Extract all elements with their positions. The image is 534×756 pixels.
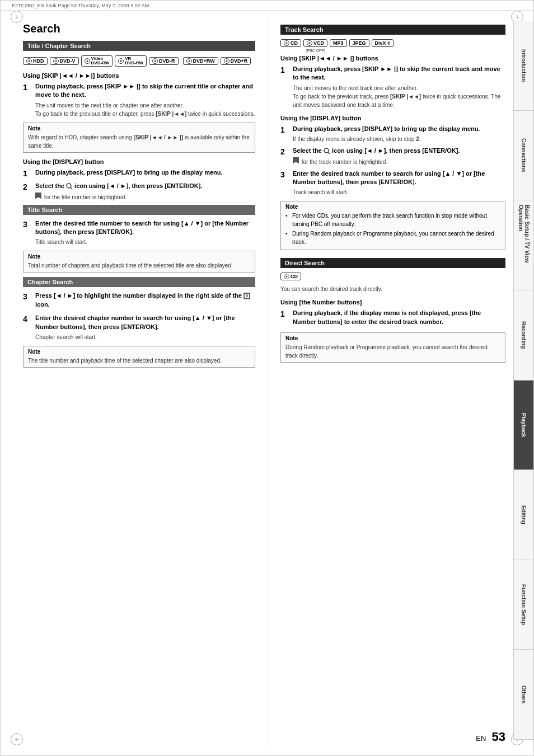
device-vcd: VCD xyxy=(303,39,327,47)
device-cd: CD xyxy=(280,39,301,47)
step-1-number-left: 1 xyxy=(23,82,32,118)
svg-line-7 xyxy=(328,152,330,154)
using-skip-header-left: Using [SKIP |◄◄ / ►►|] buttons xyxy=(23,72,255,79)
note-1-text-2-right: During Random playback or Programme play… xyxy=(292,229,500,246)
bullet-2: • xyxy=(285,229,290,246)
title-search-header: Title Search xyxy=(23,205,255,215)
step-3-title: 3 Enter the desired title number to sear… xyxy=(23,219,255,247)
using-display-header-left: Using the [DISPLAY] button xyxy=(23,158,255,165)
note-3-left: Note The title number and playback time … xyxy=(23,346,255,368)
device-dvdrw-video: VideoDVD-RW xyxy=(81,55,113,67)
step-1b-number-right: 1 xyxy=(280,125,289,143)
search-icon-right xyxy=(324,148,330,154)
track-search-header: Track Search xyxy=(280,25,505,35)
search-icon-left xyxy=(66,183,73,190)
step-1b-content-left: During playback, press [DISPLAY] to brin… xyxy=(35,168,255,179)
note-direct-title: Note xyxy=(285,335,500,341)
dvdplusrw-disc-icon xyxy=(186,58,192,64)
chapter-icon xyxy=(243,293,250,299)
device-dvdv: DVD-V xyxy=(50,57,79,65)
step-3-right: 3 Enter the desired track number to sear… xyxy=(280,170,505,197)
sidebar-tab-others[interactable]: Others xyxy=(514,650,533,740)
step-1-content-right: During playback, press [SKIP ►► |] to sk… xyxy=(293,65,505,109)
left-panel: Search Title / Chapter Search HDD DVD-V … xyxy=(1,11,269,747)
step-2b-title-right: Select the icon using [◄ / ►], then pres… xyxy=(293,147,505,155)
corner-mark-tl xyxy=(11,11,23,23)
svg-point-0 xyxy=(67,184,71,188)
step-1-title-left: During playback, press [SKIP ►► |] to sk… xyxy=(35,82,255,100)
step-3-title-number: 3 xyxy=(23,219,32,247)
step-3-desc-right: Track search will start. xyxy=(293,188,505,196)
step-1-desc1-right: The unit moves to the next track one aft… xyxy=(293,84,505,92)
note-2-text-left: Total number of chapters and playback ti… xyxy=(28,261,250,270)
bookmark-icon-right xyxy=(293,157,299,164)
step-1b-content-right: During playback, press [DISPLAY] to brin… xyxy=(293,125,505,143)
title-chapter-search-header: Title / Chapter Search xyxy=(23,41,255,51)
direct-desc: You can search the desired track directl… xyxy=(280,285,505,293)
cd-disc-icon xyxy=(284,40,289,46)
vcd-disc-icon xyxy=(307,40,312,46)
using-display-header-right: Using the [DISPLAY] button xyxy=(280,115,505,121)
step-4-chapter-desc: Chapter search will start. xyxy=(35,333,255,341)
step-1b-right: 1 During playback, press [DISPLAY] to br… xyxy=(280,125,505,143)
device-hdd: HDD xyxy=(23,57,48,65)
sidebar-tab-recording[interactable]: Recording xyxy=(514,290,533,381)
note-1-left: Note With regard to HDD, chapter search … xyxy=(23,123,255,153)
note-3-title-left: Note xyxy=(28,349,250,355)
note-1-right: Note • For video CDs, you can perform th… xyxy=(280,201,505,250)
step-4-chapter-content: Enter the desired chapter number to sear… xyxy=(35,314,255,341)
note-direct: Note During Random playback or Programme… xyxy=(280,332,505,363)
sidebar-tabs: Introduction Connections Basic Setup / T… xyxy=(513,21,533,740)
step-2b-desc-right: for the track number is highlighted. xyxy=(293,157,505,166)
bookmark-icon-left xyxy=(35,192,41,199)
device-cd-direct: CD xyxy=(280,273,301,280)
sidebar-tab-playback[interactable]: Playback xyxy=(514,381,533,471)
track-icons-wrapper: CD VCD (PBC OFF) MP3 JPEG DivX® xyxy=(280,39,505,47)
hdd-disc-icon xyxy=(26,58,32,64)
step-1-left: 1 During playback, press [SKIP ►► |] to … xyxy=(23,82,255,118)
direct-device-icons: CD xyxy=(280,273,505,280)
bullet-1: • xyxy=(285,212,290,228)
step-3-title-text: Enter the desired title number to search… xyxy=(35,219,255,237)
sidebar-tab-function-setup[interactable]: Function Setup xyxy=(514,560,533,650)
step-1-desc1-left: The unit moves to the next title or chap… xyxy=(35,101,255,110)
using-number-header: Using [the Number buttons] xyxy=(280,299,505,306)
note-1-text-1-right: For video CDs, you can perform the track… xyxy=(292,212,500,228)
page-en-label: EN xyxy=(476,734,486,743)
svg-line-1 xyxy=(71,187,72,189)
sidebar-tab-basic-setup[interactable]: Basic Setup / TV View Operation xyxy=(514,200,533,290)
note-3-text-left: The title number and playback time of th… xyxy=(28,356,250,365)
note-1-text-left: With regard to HDD, chapter search using… xyxy=(28,133,250,150)
dvdr-disc-icon xyxy=(152,58,158,64)
device-divx: DivX® xyxy=(372,39,394,47)
right-panel: Track Search CD VCD (PBC OFF) MP3 JPEG xyxy=(269,11,533,747)
step-3-chapter-number: 3 xyxy=(23,292,32,311)
corner-mark-bl xyxy=(11,733,23,745)
step-1-number-direct: 1 xyxy=(280,309,289,328)
pbc-label: (PBC OFF) xyxy=(306,49,325,53)
step-3-content-right: Enter the desired track number to search… xyxy=(293,170,505,197)
step-2b-number-left: 2 xyxy=(23,182,32,201)
device-dvdr: DVD-R xyxy=(149,57,179,65)
note-1-title-left: Note xyxy=(28,125,250,132)
step-3-chapter-content: Press [◄ / ►] to highlight the number di… xyxy=(35,292,255,311)
sidebar-tab-editing[interactable]: Editing xyxy=(514,470,533,560)
step-1-desc2-right: To go back to the previous track, press … xyxy=(293,92,505,109)
device-dvdplusr: DVD+R xyxy=(221,57,251,65)
device-dvdplusrw: DVD+RW xyxy=(183,57,218,65)
cd-disc-icon-direct xyxy=(284,274,289,279)
dvdrw-vr-disc-icon xyxy=(118,58,124,64)
step-2b-content-left: Select the icon using [◄ / ►], then pres… xyxy=(35,182,255,201)
step-1b-desc-right: If the display menu is already shown, sk… xyxy=(293,135,505,143)
note-1-item-2-right: • During Random playback or Programme pl… xyxy=(285,229,500,246)
step-2b-desc-left: for the title number is highlighted. xyxy=(35,192,255,201)
chapter-search-header: Chapter Search xyxy=(23,277,255,287)
sidebar-tab-introduction[interactable]: Introduction xyxy=(514,21,533,111)
step-1-number-right: 1 xyxy=(280,65,289,109)
step-3-title-desc: Title search will start. xyxy=(35,238,255,246)
device-jpeg: JPEG xyxy=(349,39,369,47)
step-1b-title-left: During playback, press [DISPLAY] to brin… xyxy=(35,168,255,177)
step-3-title-right: Enter the desired track number to search… xyxy=(293,170,505,187)
track-device-icons: CD VCD (PBC OFF) MP3 JPEG DivX® xyxy=(280,39,505,47)
sidebar-tab-connections[interactable]: Connections xyxy=(514,111,533,201)
